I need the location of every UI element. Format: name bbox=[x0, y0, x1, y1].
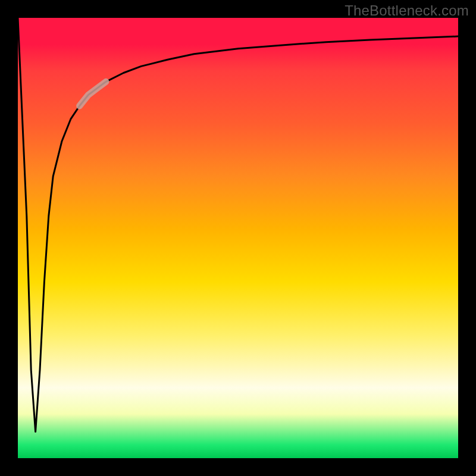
bottleneck-curve bbox=[18, 18, 458, 458]
watermark-text: TheBottleneck.com bbox=[345, 2, 469, 19]
curve-highlight bbox=[80, 82, 106, 106]
plot-area bbox=[18, 18, 458, 458]
chart-frame: TheBottleneck.com bbox=[0, 0, 476, 476]
curve-line bbox=[18, 18, 458, 432]
